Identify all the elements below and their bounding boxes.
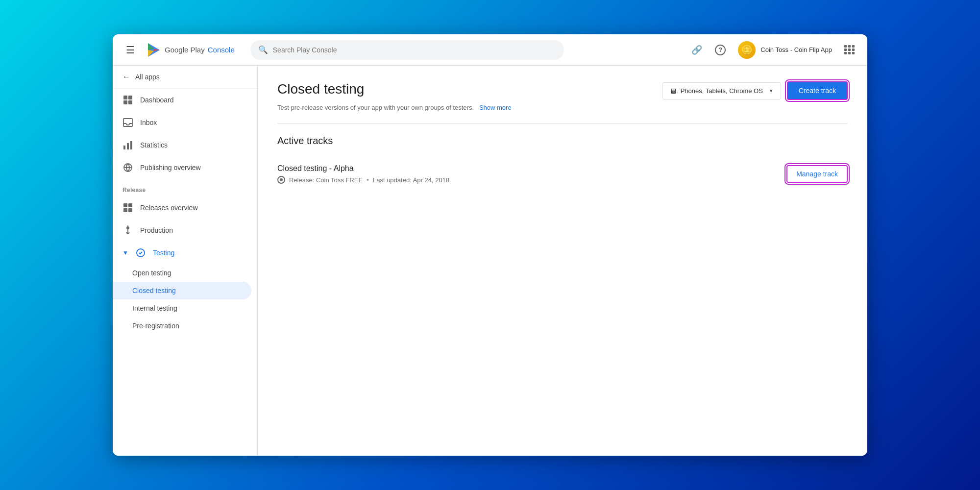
sidebar-item-production-label: Production (140, 226, 173, 234)
sidebar-item-publishing-overview-label: Publishing overview (140, 164, 201, 172)
svg-rect-15 (128, 203, 132, 207)
link-icon: 🔗 (691, 45, 702, 55)
search-input[interactable] (273, 46, 556, 54)
device-selector-dropdown[interactable]: 🖥 Phones, Tablets, Chrome OS ▼ (662, 82, 781, 99)
page-subtitle: Test pre-release versions of your app wi… (277, 104, 848, 111)
logo-console: Console (208, 46, 235, 54)
sidebar-item-statistics[interactable]: Statistics (113, 134, 257, 156)
svg-rect-10 (127, 143, 129, 149)
apps-grid-icon (844, 45, 855, 54)
sidebar-item-closed-testing[interactable]: Closed testing (113, 282, 251, 299)
app-window: ☰ Google Play Console 🔍 🔗 ? (113, 34, 867, 456)
hamburger-button[interactable]: ☰ (121, 40, 140, 60)
manage-track-button[interactable]: Manage track (786, 165, 848, 183)
sidebar-item-pre-registration[interactable]: Pre-registration (113, 317, 257, 335)
page-header: Closed testing 🖥 Phones, Tablets, Chrome… (277, 81, 848, 100)
sidebar-item-releases-overview[interactable]: Releases overview (113, 196, 257, 219)
device-selector-icon: 🖥 (669, 87, 677, 95)
topbar-right: 🔗 ? 🪙 Coin Toss - Coin Flip App (687, 39, 859, 61)
track-meta-separator: • (367, 176, 369, 184)
all-apps-button[interactable]: ← All apps (113, 66, 257, 89)
sidebar-item-production[interactable]: Production (113, 219, 257, 242)
page-title-area: Closed testing (277, 81, 364, 97)
sidebar-item-releases-overview-label: Releases overview (140, 204, 198, 212)
svg-rect-14 (123, 203, 127, 207)
apps-grid-button[interactable] (840, 40, 859, 60)
app-name-label: Coin Toss - Coin Flip App (760, 46, 832, 53)
sidebar-item-open-testing-label: Open testing (132, 269, 171, 277)
track-name: Closed testing - Alpha (277, 164, 449, 173)
track-meta: Release: Coin Toss FREE • Last updated: … (277, 176, 449, 184)
avatar: 🪙 (738, 41, 756, 59)
active-tracks-title: Active tracks (277, 135, 848, 147)
release-section-label: Release (113, 179, 257, 196)
app-info-button[interactable]: 🪙 Coin Toss - Coin Flip App (734, 39, 836, 61)
svg-point-18 (126, 226, 129, 229)
logo-google-play: Google Play (165, 46, 205, 54)
svg-rect-7 (128, 100, 132, 104)
sidebar: ← All apps Dashboard (113, 66, 258, 456)
testing-chevron-icon: ▼ (122, 249, 128, 256)
link-icon-button[interactable]: 🔗 (687, 40, 707, 60)
svg-rect-5 (128, 96, 132, 99)
testing-icon (135, 247, 146, 258)
track-last-updated: Last updated: Apr 24, 2018 (373, 176, 449, 184)
dashboard-icon (122, 95, 133, 105)
search-icon: 🔍 (258, 45, 268, 54)
help-icon: ? (715, 45, 726, 55)
track-card: Closed testing - Alpha Release: Coin Tos… (277, 156, 848, 192)
track-status-icon (277, 176, 285, 184)
sidebar-item-pre-registration-label: Pre-registration (132, 322, 179, 330)
svg-rect-6 (123, 100, 127, 104)
svg-rect-17 (128, 208, 132, 212)
header-actions: 🖥 Phones, Tablets, Chrome OS ▼ Create tr… (662, 81, 848, 100)
production-icon (122, 225, 133, 236)
sidebar-item-closed-testing-label: Closed testing (132, 287, 176, 294)
sidebar-item-statistics-label: Statistics (140, 141, 168, 149)
show-more-link[interactable]: Show more (479, 104, 512, 111)
sidebar-item-testing-label: Testing (153, 249, 174, 257)
track-info: Closed testing - Alpha Release: Coin Tos… (277, 164, 449, 184)
main-content: Closed testing 🖥 Phones, Tablets, Chrome… (258, 66, 867, 456)
inbox-icon (122, 117, 133, 128)
svg-rect-4 (123, 96, 127, 99)
create-track-button[interactable]: Create track (787, 81, 848, 100)
body: ← All apps Dashboard (113, 66, 867, 456)
logo[interactable]: Google Play Console (146, 42, 235, 58)
sidebar-item-internal-testing[interactable]: Internal testing (113, 299, 257, 317)
back-arrow-icon: ← (122, 73, 130, 81)
dropdown-arrow-icon: ▼ (769, 88, 774, 94)
device-selector-label: Phones, Tablets, Chrome OS (681, 87, 763, 95)
search-container: 🔍 (250, 40, 564, 60)
search-box[interactable]: 🔍 (250, 40, 564, 60)
sidebar-item-publishing-overview[interactable]: Publishing overview (113, 156, 257, 179)
divider (277, 123, 848, 123)
sidebar-item-internal-testing-label: Internal testing (132, 304, 177, 312)
play-store-logo-icon (146, 42, 162, 58)
publishing-overview-icon (122, 162, 133, 173)
svg-rect-16 (123, 208, 127, 212)
page-title: Closed testing (277, 81, 364, 97)
svg-rect-9 (123, 146, 125, 149)
help-button[interactable]: ? (710, 40, 730, 60)
track-release-label: Release: Coin Toss FREE (289, 176, 363, 184)
sidebar-item-dashboard[interactable]: Dashboard (113, 89, 257, 111)
sidebar-item-open-testing[interactable]: Open testing (113, 264, 257, 282)
sidebar-item-inbox[interactable]: Inbox (113, 111, 257, 134)
sidebar-item-dashboard-label: Dashboard (140, 96, 174, 104)
sidebar-item-inbox-label: Inbox (140, 119, 157, 126)
topbar: ☰ Google Play Console 🔍 🔗 ? (113, 34, 867, 66)
svg-rect-11 (130, 141, 132, 149)
statistics-icon (122, 140, 133, 150)
sidebar-item-testing[interactable]: ▼ Testing (113, 242, 257, 264)
releases-overview-icon (122, 202, 133, 213)
